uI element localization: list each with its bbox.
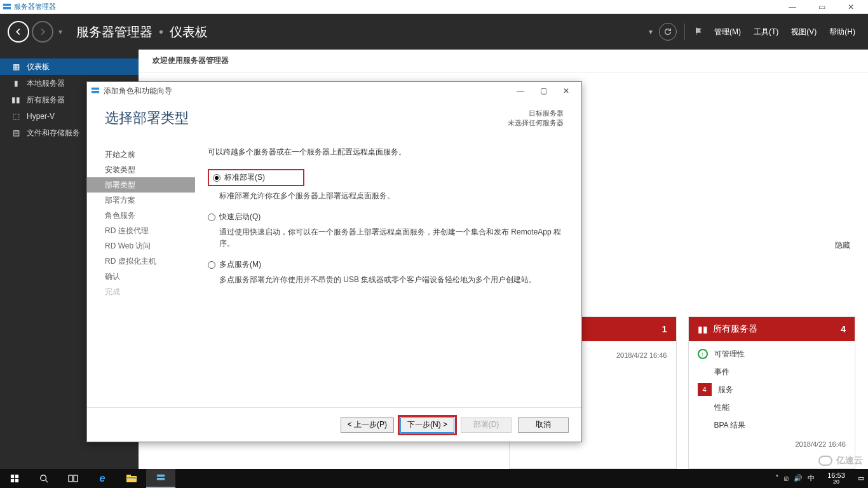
window-minimize-button[interactable]: — [778,0,807,14]
search-button[interactable] [29,469,58,488]
breadcrumb: 服务器管理器 • 仪表板 [76,24,208,41]
window-title: 服务器管理器 [14,2,56,11]
tray-up-icon[interactable]: ˄ [775,474,779,482]
wizard-step-rd-web[interactable]: RD Web 访问 [100,238,195,254]
wizard-button-row: < 上一步(P) 下一步(N) > 部署(D) 取消 [87,407,581,442]
previous-button[interactable]: < 上一步(P) [341,417,394,433]
svg-rect-0 [3,3,11,6]
sidebar-item-dashboard[interactable]: ▦ 仪表板 [0,58,139,75]
ok-icon: ↑ [698,349,708,359]
cancel-button[interactable]: 取消 [518,417,569,433]
refresh-button[interactable] [659,23,677,41]
welcome-banner: 欢迎使用服务器管理器 [139,50,868,72]
svg-rect-15 [157,478,165,480]
tray-volume-icon[interactable]: 🔊 [794,474,803,482]
error-count-badge: 4 [698,383,712,396]
wizard-heading: 选择部署类型 [105,109,189,128]
dashboard-icon: ▦ [11,62,20,71]
svg-rect-5 [15,475,18,478]
wizard-step-before-begin[interactable]: 开始之前 [100,147,195,162]
wizard-titlebar: 添加角色和功能向导 — ▢ ✕ [87,82,581,100]
system-tray[interactable]: ˄ ⎚ 🔊 中 16:53 20 ▭ [771,471,868,485]
option-multipoint-desc: 多点服务部署允许你使用并不昂贵的 USB 集线器或零个客户端设备轻松地为多个用户… [219,274,562,285]
chevron-right-icon: • [159,25,163,39]
wizard-step-confirm[interactable]: 确认 [100,269,195,284]
wizard-minimize-button[interactable]: — [509,84,532,98]
taskbar-ie[interactable]: e [88,469,117,488]
add-roles-wizard: 添加角色和功能向导 — ▢ ✕ 选择部署类型 目标服务器 未选择任何服务器 开始… [86,81,582,442]
svg-rect-10 [74,475,78,482]
wizard-step-rd-virtualization[interactable]: RD 虚拟化主机 [100,254,195,269]
outer-titlebar: 服务器管理器 — ▭ ✕ [0,0,868,14]
tile-footer-time: 2018/4/22 16:46 [689,438,855,453]
start-button[interactable] [0,469,29,488]
wizard-step-deploy-type[interactable]: 部署类型 [87,177,195,193]
server-icon: ▮ [11,79,20,88]
breadcrumb-dropdown-icon[interactable]: ▾ [58,27,62,36]
tile-row-manageability[interactable]: ↑可管理性 [698,345,846,363]
sidebar-item-label: 文件和存储服务 [27,128,80,139]
taskbar-explorer[interactable] [117,469,146,488]
window-maximize-button[interactable]: ▭ [807,0,836,14]
svg-point-8 [41,475,46,481]
task-view-button[interactable] [58,469,88,488]
sidebar-item-label: Hyper-V [27,112,55,121]
svg-rect-13 [127,477,136,478]
notification-center-icon[interactable]: ▭ [858,474,864,482]
radio-standard[interactable] [213,174,220,182]
servers-icon: ▮▮ [11,95,20,104]
option-title: 快速启动(Q) [219,212,261,222]
taskbar-clock[interactable]: 16:53 20 [820,471,853,485]
wizard-maximize-button[interactable]: ▢ [532,84,555,98]
nav-back-button[interactable] [8,21,29,43]
option-multipoint[interactable]: 多点服务(M) 多点服务部署允许你使用并不昂贵的 USB 集线器或零个客户端设备… [208,259,562,285]
tile-title: 所有服务器 [713,323,757,335]
menu-tools[interactable]: 工具(T) [754,27,778,37]
sidebar-item-label: 本地服务器 [27,78,65,89]
ime-indicator[interactable]: 中 [808,473,815,483]
menu-help[interactable]: 帮助(H) [829,27,855,37]
tile-row-services[interactable]: 4服务 [698,381,846,398]
option-quick-start[interactable]: 快速启动(Q) 通过使用快速启动，你可以在一个服务器上部署远程桌面服务，并创建一… [208,212,562,249]
hide-link[interactable]: 隐藏 [835,240,850,251]
option-title: 标准部署(S) [224,172,265,183]
wizard-close-button[interactable]: ✕ [555,84,578,98]
breadcrumb-page[interactable]: 仪表板 [170,24,208,41]
option-title: 多点服务(M) [219,259,261,270]
wizard-intro-text: 可以跨越多个服务器或在一个服务器上配置远程桌面服务。 [208,147,562,158]
header-dropdown-icon[interactable]: ▾ [649,27,653,36]
wizard-step-deploy-scenario[interactable]: 部署方案 [100,193,195,208]
taskbar-server-manager[interactable] [146,469,175,488]
svg-rect-2 [92,88,99,90]
tile-row-bpa[interactable]: BPA 结果 [698,416,846,434]
watermark: 亿速云 [818,455,863,466]
menu-view[interactable]: 视图(V) [791,27,817,37]
wizard-step-rd-broker[interactable]: RD 连接代理 [100,223,195,238]
next-button[interactable]: 下一步(N) > [400,417,454,433]
svg-rect-12 [126,475,131,477]
server-manager-icon [91,86,100,95]
radio-multipoint[interactable] [208,261,215,269]
menu-manage[interactable]: 管理(M) [714,27,741,37]
header-separator [684,24,685,40]
option-standard-deployment[interactable]: 标准部署(S) [208,169,562,186]
tray-display-icon[interactable]: ⎚ [784,475,789,482]
option-quick-desc: 通过使用快速启动，你可以在一个服务器上部署远程桌面服务，并创建一个集合和发布 R… [219,226,562,249]
deploy-button: 部署(D) [461,417,512,433]
wizard-target-label: 目标服务器 [508,109,564,118]
window-close-button[interactable]: ✕ [836,0,865,14]
radio-quick[interactable] [208,214,215,221]
wizard-step-install-type[interactable]: 安装类型 [100,162,195,177]
sidebar-item-label: 仪表板 [27,62,50,72]
tile-badge: 1 [662,324,667,334]
header: ▾ 服务器管理器 • 仪表板 ▾ 管理(M) 工具(T) 视图(V) 帮助(H) [0,14,868,50]
wizard-step-role-services[interactable]: 角色服务 [100,208,195,223]
svg-rect-6 [11,479,14,482]
svg-rect-3 [92,91,99,93]
tile-row-performance[interactable]: 性能 [698,398,846,416]
tile-row-events[interactable]: 事件 [698,363,846,381]
taskbar: e ˄ ⎚ 🔊 中 16:53 20 ▭ [0,469,868,488]
tile-all-servers[interactable]: ▮▮所有服务器 4 ↑可管理性 事件 4服务 性能 BPA 结果 2018/4/… [688,316,856,469]
cloud-icon [818,456,832,466]
notifications-flag-icon[interactable] [694,26,704,38]
